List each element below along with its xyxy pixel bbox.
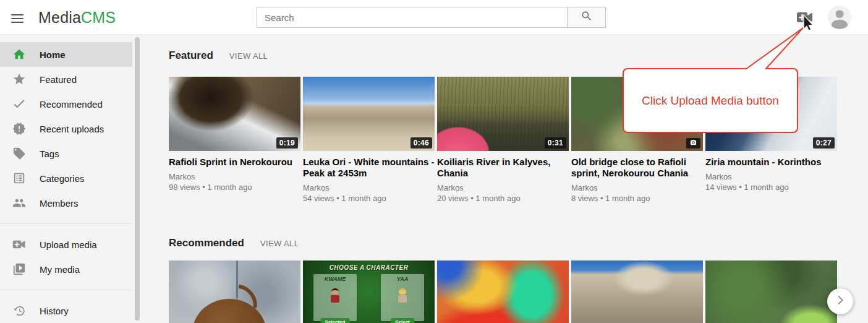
history-icon bbox=[12, 304, 26, 317]
sidebar-item-categories[interactable]: Categories bbox=[0, 166, 132, 191]
game-character-sprite bbox=[398, 288, 407, 304]
media-thumbnail[interactable] bbox=[571, 261, 703, 323]
game-character-name: KWAME bbox=[313, 276, 357, 282]
sidebar-item-label: Tags bbox=[40, 149, 59, 159]
duration-badge: 0:31 bbox=[545, 137, 566, 149]
featured-view-all-link[interactable]: VIEW ALL bbox=[229, 51, 268, 61]
categories-icon bbox=[12, 171, 26, 185]
home-icon bbox=[12, 48, 26, 61]
sidebar-item-label: My media bbox=[40, 264, 80, 275]
sidebar-scrollbar-thumb[interactable] bbox=[135, 37, 140, 321]
sidebar-item-my-media[interactable]: My media bbox=[0, 257, 132, 282]
user-avatar[interactable] bbox=[828, 6, 851, 29]
sidebar-divider bbox=[0, 223, 132, 224]
carousel-next-button[interactable] bbox=[827, 288, 853, 314]
sidebar-item-label: Featured bbox=[40, 74, 77, 85]
media-author[interactable]: Markos bbox=[571, 183, 703, 193]
upload-media-icon bbox=[796, 15, 814, 26]
sidebar-item-label: Home bbox=[40, 50, 66, 60]
camera-icon bbox=[686, 138, 700, 149]
section-title-recommended: Recommended bbox=[169, 237, 244, 249]
media-title[interactable]: Koiliaris River in Kalyves, Chania bbox=[437, 157, 569, 179]
new-releases-icon bbox=[12, 122, 26, 136]
media-meta: 54 views • 1 month ago bbox=[303, 193, 435, 204]
sidebar-item-upload-media[interactable]: Upload media bbox=[0, 232, 132, 257]
media-card: CHOOSE A CHARACTER KWAME Selected YAA bbox=[303, 261, 435, 323]
media-card bbox=[169, 261, 300, 323]
tag-icon bbox=[12, 147, 26, 160]
upload-media-icon bbox=[12, 238, 26, 251]
media-card: 0:19 Rafioli Sprint in Nerokourou Markos… bbox=[169, 77, 300, 215]
media-author[interactable]: Markos bbox=[437, 183, 569, 193]
media-author[interactable]: Markos bbox=[169, 171, 300, 182]
media-title[interactable]: Ziria mountain - Korinthos bbox=[705, 157, 837, 168]
sidebar-item-label: Members bbox=[40, 198, 79, 209]
game-character-sprite bbox=[330, 288, 340, 304]
game-select-button: Select bbox=[391, 318, 414, 323]
star-icon bbox=[12, 72, 26, 86]
sidebar-item-home[interactable]: Home bbox=[0, 42, 132, 67]
upload-media-button[interactable] bbox=[796, 11, 814, 24]
duration-badge: 0:46 bbox=[411, 137, 432, 149]
my-media-icon bbox=[12, 262, 26, 276]
check-icon bbox=[12, 97, 26, 111]
media-meta: 14 views • 1 month ago bbox=[705, 182, 837, 192]
media-title[interactable]: Old bridge close to Rafioli sprint, Nero… bbox=[571, 157, 703, 179]
media-thumbnail[interactable] bbox=[437, 261, 569, 323]
game-character-panel: KWAME Selected bbox=[313, 274, 357, 321]
media-thumbnail[interactable] bbox=[169, 261, 300, 323]
duration-badge: 0:19 bbox=[276, 137, 298, 149]
callout-text: Click Upload Media button bbox=[642, 94, 779, 108]
sidebar-item-label: History bbox=[40, 306, 69, 316]
person-icon bbox=[828, 20, 851, 29]
app-logo[interactable]: MediaCMS bbox=[38, 0, 116, 35]
sidebar-item-tags[interactable]: Tags bbox=[0, 141, 132, 166]
sidebar-item-recent-uploads[interactable]: Recent uploads bbox=[0, 116, 132, 141]
duration-badge: 0:27 bbox=[813, 137, 835, 149]
hamburger-menu-icon[interactable] bbox=[10, 11, 25, 24]
logo-media: Media bbox=[38, 9, 81, 26]
media-title[interactable]: Leuka Ori - White mountains - Peak at 24… bbox=[303, 157, 435, 179]
media-card bbox=[571, 261, 703, 323]
media-author[interactable]: Markos bbox=[705, 171, 837, 182]
recommended-view-all-link[interactable]: VIEW ALL bbox=[260, 239, 299, 248]
media-title[interactable]: Rafioli Sprint in Nerokourou bbox=[169, 157, 300, 168]
media-thumbnail[interactable] bbox=[705, 261, 837, 323]
callout-bubble: Click Upload Media button bbox=[623, 68, 798, 133]
pumpkin-stem-art bbox=[236, 285, 260, 308]
sidebar-item-label: Recommended bbox=[40, 99, 103, 110]
media-author[interactable]: Markos bbox=[303, 183, 435, 193]
media-thumbnail[interactable]: CHOOSE A CHARACTER KWAME Selected YAA bbox=[303, 261, 435, 323]
media-card: 0:31 Koiliaris River in Kalyves, Chania … bbox=[437, 77, 569, 215]
top-bar: MediaCMS bbox=[0, 0, 868, 35]
media-meta: 20 views • 1 month ago bbox=[437, 193, 569, 204]
sidebar-item-label: Recent uploads bbox=[40, 124, 104, 134]
media-card bbox=[437, 261, 569, 323]
sidebar-item-label: Categories bbox=[40, 173, 85, 184]
media-thumbnail[interactable]: 0:31 bbox=[437, 77, 569, 151]
game-character-panel: YAA Select bbox=[381, 274, 424, 321]
members-icon bbox=[12, 196, 26, 210]
sidebar-item-recommended[interactable]: Recommended bbox=[0, 92, 132, 116]
search-icon bbox=[581, 10, 593, 25]
sidebar-item-featured[interactable]: Featured bbox=[0, 67, 132, 92]
sidebar-divider bbox=[0, 290, 132, 290]
media-meta: 8 views • 1 month ago bbox=[571, 193, 703, 204]
media-thumbnail[interactable]: 0:19 bbox=[169, 77, 300, 151]
chevron-right-icon bbox=[833, 293, 847, 309]
search-bar bbox=[257, 7, 606, 28]
search-input[interactable] bbox=[257, 7, 567, 28]
logo-cms: CMS bbox=[81, 9, 116, 26]
game-character-name: YAA bbox=[381, 276, 424, 282]
game-heading: CHOOSE A CHARACTER bbox=[303, 264, 435, 271]
sidebar-item-label: Upload media bbox=[40, 239, 97, 250]
media-meta: 98 views • 1 month ago bbox=[169, 182, 300, 192]
game-selected-button: Selected bbox=[321, 318, 350, 323]
search-button[interactable] bbox=[567, 7, 606, 28]
sidebar-item-history[interactable]: History bbox=[0, 298, 132, 323]
media-thumbnail[interactable]: 0:46 bbox=[303, 77, 435, 151]
sidebar: Home Featured Recommended Recent uploads… bbox=[0, 35, 132, 323]
sidebar-item-members[interactable]: Members bbox=[0, 191, 132, 215]
sidebar-scrollbar bbox=[135, 36, 140, 322]
recommended-section: Recommended VIEW ALL CHOOSE A CHARACTER … bbox=[169, 237, 868, 323]
